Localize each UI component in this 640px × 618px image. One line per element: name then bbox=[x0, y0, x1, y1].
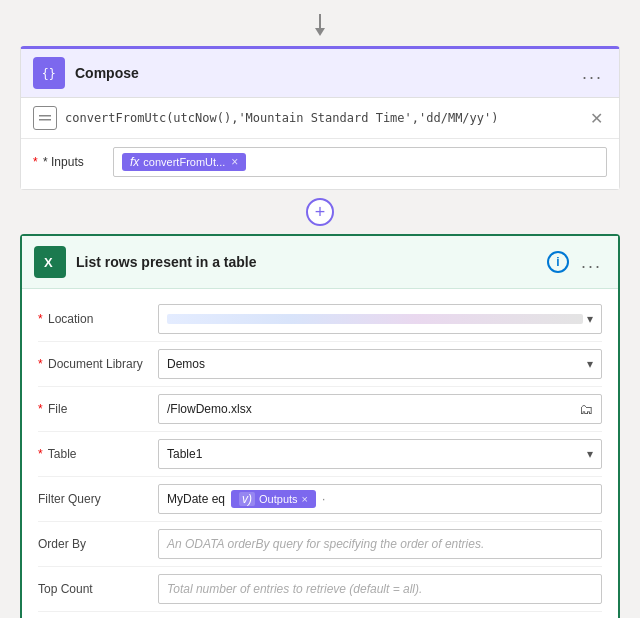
order-by-field[interactable]: An ODATA orderBy query for specifying th… bbox=[158, 529, 602, 559]
token-close-button[interactable]: × bbox=[231, 155, 238, 169]
list-ellipsis-button[interactable]: ... bbox=[577, 250, 606, 275]
filter-query-text: MyDate eq bbox=[167, 492, 225, 506]
file-field[interactable]: /FlowDemo.xlsx 🗂 bbox=[158, 394, 602, 424]
compose-card: {} Compose ... convertFromUtc(utcNow(),'… bbox=[20, 46, 620, 190]
top-count-field[interactable]: Total number of entries to retrieve (def… bbox=[158, 574, 602, 604]
filter-token-close-button[interactable]: × bbox=[302, 493, 308, 505]
document-library-value: Demos bbox=[167, 357, 583, 371]
inputs-token-chip[interactable]: fx convertFromUt... × bbox=[122, 153, 246, 171]
location-chevron-icon: ▾ bbox=[587, 312, 593, 326]
filter-token-label: Outputs bbox=[259, 493, 298, 505]
add-step-button[interactable]: + bbox=[306, 198, 334, 226]
svg-text:{}: {} bbox=[42, 67, 56, 81]
token-label: convertFromUt... bbox=[143, 156, 225, 168]
filter-query-input[interactable]: MyDate eq v) Outputs × · bbox=[158, 484, 602, 514]
inputs-label: * * Inputs bbox=[33, 155, 113, 169]
table-field[interactable]: Table1 ▾ bbox=[158, 439, 602, 469]
location-row: * Location ▾ bbox=[38, 297, 602, 342]
table-label: * Table bbox=[38, 447, 158, 461]
compose-icon: {} bbox=[33, 57, 65, 89]
plus-connector: + bbox=[306, 198, 334, 226]
compose-ellipsis-button[interactable]: ... bbox=[578, 61, 607, 86]
compose-title: Compose bbox=[75, 65, 578, 81]
location-label: * Location bbox=[38, 312, 158, 326]
table-row: * Table Table1 ▾ bbox=[38, 432, 602, 477]
list-title: List rows present in a table bbox=[76, 254, 547, 270]
svg-rect-3 bbox=[39, 115, 51, 117]
location-blurred-value bbox=[167, 314, 583, 324]
file-browse-icon[interactable]: 🗂 bbox=[579, 401, 593, 417]
top-count-row: Top Count Total number of entries to ret… bbox=[38, 567, 602, 612]
top-count-label: Top Count bbox=[38, 582, 158, 596]
location-dropdown[interactable]: ▾ bbox=[158, 304, 602, 334]
filter-query-row: Filter Query MyDate eq v) Outputs × · bbox=[38, 477, 602, 522]
location-field[interactable]: ▾ bbox=[158, 304, 602, 334]
required-star: * bbox=[33, 155, 38, 169]
excel-icon: X bbox=[34, 246, 66, 278]
order-by-input[interactable]: An ODATA orderBy query for specifying th… bbox=[158, 529, 602, 559]
top-down-arrow bbox=[312, 14, 328, 38]
order-by-placeholder: An ODATA orderBy query for specifying th… bbox=[167, 537, 484, 551]
filter-dot: · bbox=[322, 492, 325, 506]
file-label: * File bbox=[38, 402, 158, 416]
document-library-label: * Document Library bbox=[38, 357, 158, 371]
flow-container: {} Compose ... convertFromUtc(utcNow(),'… bbox=[0, 0, 640, 618]
document-library-chevron-icon: ▾ bbox=[587, 357, 593, 371]
table-value: Table1 bbox=[167, 447, 583, 461]
list-header: X List rows present in a table i ... bbox=[22, 236, 618, 289]
order-by-row: Order By An ODATA orderBy query for spec… bbox=[38, 522, 602, 567]
list-rows-card: X List rows present in a table i ... * L… bbox=[20, 234, 620, 618]
table-chevron-icon: ▾ bbox=[587, 447, 593, 461]
svg-text:X: X bbox=[44, 255, 53, 270]
inputs-token-area[interactable]: fx convertFromUt... × bbox=[113, 147, 607, 177]
expression-row: convertFromUtc(utcNow(),'Mountain Standa… bbox=[21, 98, 619, 139]
document-library-field[interactable]: Demos ▾ bbox=[158, 349, 602, 379]
info-button[interactable]: i bbox=[547, 251, 569, 273]
file-input[interactable]: /FlowDemo.xlsx 🗂 bbox=[158, 394, 602, 424]
filter-token-fx-icon: v) bbox=[239, 492, 255, 506]
filter-query-field[interactable]: MyDate eq v) Outputs × · bbox=[158, 484, 602, 514]
inputs-row: * * Inputs fx convertFromUt... × bbox=[21, 139, 619, 189]
fx-icon: fx bbox=[130, 155, 139, 169]
filter-token[interactable]: v) Outputs × bbox=[231, 490, 316, 508]
document-library-dropdown[interactable]: Demos ▾ bbox=[158, 349, 602, 379]
expression-icon bbox=[33, 106, 57, 130]
svg-marker-1 bbox=[315, 28, 325, 36]
document-library-row: * Document Library Demos ▾ bbox=[38, 342, 602, 387]
table-dropdown[interactable]: Table1 ▾ bbox=[158, 439, 602, 469]
expression-close-button[interactable]: ✕ bbox=[586, 109, 607, 128]
filter-query-label: Filter Query bbox=[38, 492, 158, 506]
compose-header: {} Compose ... bbox=[21, 49, 619, 98]
list-header-actions: i ... bbox=[547, 250, 606, 275]
file-row: * File /FlowDemo.xlsx 🗂 bbox=[38, 387, 602, 432]
skip-count-row: Skip Count The number of entries to skip… bbox=[38, 612, 602, 618]
order-by-label: Order By bbox=[38, 537, 158, 551]
top-count-placeholder: Total number of entries to retrieve (def… bbox=[167, 582, 422, 596]
file-value: /FlowDemo.xlsx bbox=[167, 402, 252, 416]
svg-rect-4 bbox=[39, 119, 51, 121]
top-count-input[interactable]: Total number of entries to retrieve (def… bbox=[158, 574, 602, 604]
expression-text: convertFromUtc(utcNow(),'Mountain Standa… bbox=[65, 111, 586, 125]
form-body: * Location ▾ * Document Library Demos bbox=[22, 289, 618, 618]
